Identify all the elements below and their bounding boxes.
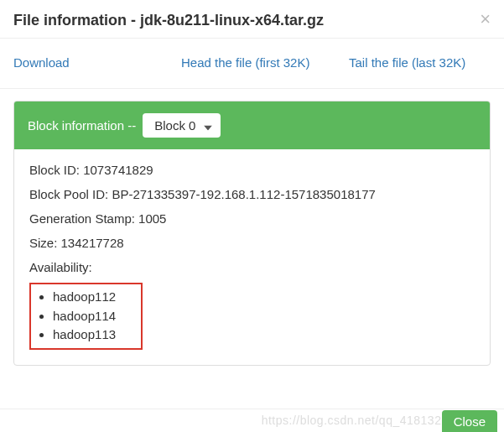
close-button[interactable]: Close [442, 410, 497, 432]
block-info-header: Block information -- Block 0 [14, 101, 490, 149]
list-item: hadoop114 [53, 307, 116, 326]
list-item: hadoop113 [53, 325, 116, 345]
modal-title: File information - jdk-8u211-linux-x64.t… [13, 12, 491, 29]
block-pool-id-label: Block Pool ID: [29, 187, 108, 201]
gen-stamp-label: Generation Stamp: [29, 211, 135, 226]
block-id-row: Block ID: 1073741829 [29, 163, 475, 177]
block-select[interactable]: Block 0 [143, 113, 221, 138]
block-info-label: Block information -- [28, 118, 136, 133]
list-item: hadoop112 [53, 288, 116, 307]
block-pool-id-value: BP-271335397-192.168.1.112-1571835018177 [112, 187, 375, 201]
tail-file-link[interactable]: Tail the file (last 32K) [349, 55, 491, 70]
availability-box: hadoop112 hadoop114 hadoop113 [29, 283, 143, 350]
block-select-value: Block 0 [154, 118, 195, 133]
size-label: Size: [29, 236, 57, 250]
block-id-value: 1073741829 [83, 163, 153, 177]
block-id-label: Block ID: [29, 163, 80, 177]
block-pool-id-row: Block Pool ID: BP-271335397-192.168.1.11… [29, 187, 475, 201]
size-row: Size: 134217728 [29, 236, 475, 250]
modal-footer: https://blog.csdn.net/qq_41813208 Close [0, 409, 504, 432]
close-icon[interactable]: × [480, 10, 491, 29]
gen-stamp-value: 1005 [138, 211, 166, 226]
download-link[interactable]: Download [13, 55, 181, 70]
availability-list: hadoop112 hadoop114 hadoop113 [34, 288, 116, 345]
chevron-down-icon [204, 118, 212, 133]
file-action-links: Download Head the file (first 32K) Tail … [0, 39, 504, 89]
file-info-modal: File information - jdk-8u211-linux-x64.t… [0, 0, 504, 432]
head-file-link[interactable]: Head the file (first 32K) [181, 55, 349, 70]
watermark-text: https://blog.csdn.net/qq_41813208 [262, 414, 455, 427]
modal-header: File information - jdk-8u211-linux-x64.t… [0, 0, 504, 39]
size-value: 134217728 [61, 236, 124, 250]
gen-stamp-row: Generation Stamp: 1005 [29, 211, 475, 226]
block-info-body: Block ID: 1073741829 Block Pool ID: BP-2… [14, 149, 490, 365]
block-info-panel: Block information -- Block 0 Block ID: 1… [13, 101, 491, 366]
availability-label: Availability: [29, 260, 475, 274]
